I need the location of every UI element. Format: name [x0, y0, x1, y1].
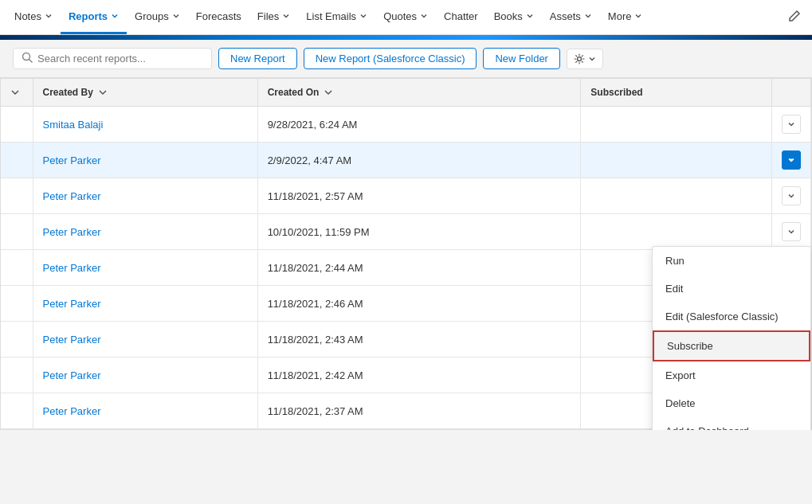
row-created-by[interactable]: Peter Parker: [33, 322, 257, 357]
row-dropdown-button[interactable]: [782, 222, 801, 241]
gear-settings-button[interactable]: [567, 49, 603, 69]
search-icon: [22, 52, 33, 65]
row-dropdown-button[interactable]: [782, 186, 801, 205]
nav-label-quotes: Quotes: [383, 10, 417, 22]
context-menu-item[interactable]: Edit: [653, 275, 810, 303]
row-action-cell[interactable]: [772, 107, 811, 143]
row-checkbox-cell: [1, 143, 33, 178]
row-dropdown-button[interactable]: [782, 150, 801, 170]
nav-label-reports: Reports: [69, 10, 108, 22]
col-created-by-label: Created By: [43, 87, 93, 98]
nav-label-books: Books: [494, 10, 523, 22]
nav-item-quotes[interactable]: Quotes: [375, 0, 436, 34]
chevron-down-icon: [526, 12, 534, 20]
context-menu-item[interactable]: Export: [653, 361, 810, 389]
nav-item-groups[interactable]: Groups: [127, 0, 188, 34]
chevron-down-icon: [588, 55, 596, 63]
chevron-down-icon: [787, 192, 795, 200]
row-created-on: 11/18/2021, 2:43 AM: [257, 322, 581, 357]
col-subscribed-label: Subscribed: [590, 87, 642, 98]
nav-item-list-emails[interactable]: List Emails: [298, 0, 375, 34]
row-checkbox-cell: [1, 214, 33, 250]
chevron-down-icon: [10, 88, 20, 97]
row-created-by[interactable]: Peter Parker: [33, 250, 257, 286]
row-checkbox-cell: [1, 250, 33, 286]
col-actions: [772, 79, 811, 107]
chevron-down-icon: [420, 12, 428, 20]
row-subscribed: [581, 178, 772, 214]
row-checkbox-cell: [1, 357, 33, 393]
nav-item-files[interactable]: Files: [249, 0, 298, 34]
reports-table-container: Created By Created On Subscribed: [0, 78, 812, 430]
chevron-down-icon: [111, 12, 119, 20]
chevron-down-icon: [787, 120, 795, 128]
col-created-on-label: Created On: [268, 87, 320, 98]
row-created-by[interactable]: Smitaa Balaji: [33, 107, 257, 143]
row-created-by[interactable]: Peter Parker: [33, 178, 257, 214]
context-menu-item[interactable]: Subscribe: [653, 330, 810, 361]
nav-label-files: Files: [257, 10, 279, 22]
context-menu-item[interactable]: Delete: [653, 389, 810, 417]
search-box[interactable]: [13, 48, 212, 69]
chevron-down-icon: [787, 156, 795, 164]
context-menu: RunEditEdit (Salesforce Classic)Subscrib…: [652, 246, 811, 430]
row-checkbox-cell: [1, 322, 33, 357]
top-nav: Notes Reports Groups Forecasts Files Lis…: [0, 0, 812, 35]
search-input[interactable]: [37, 53, 203, 64]
nav-label-groups: Groups: [135, 10, 169, 22]
row-created-by[interactable]: Peter Parker: [33, 143, 257, 178]
row-action-cell[interactable]: [772, 178, 811, 214]
row-created-by[interactable]: Peter Parker: [33, 286, 257, 322]
context-menu-item[interactable]: Add to Dashboard: [653, 417, 810, 430]
row-created-on: 11/18/2021, 2:42 AM: [257, 357, 581, 393]
nav-label-notes: Notes: [14, 10, 41, 22]
row-action-cell[interactable]: [772, 214, 811, 250]
nav-item-books[interactable]: Books: [486, 0, 542, 34]
chevron-down-icon: [45, 12, 53, 20]
nav-label-more: More: [608, 10, 632, 22]
row-subscribed: [581, 143, 772, 178]
col-subscribed: Subscribed: [581, 79, 772, 107]
context-menu-item[interactable]: Edit (Salesforce Classic): [653, 303, 810, 330]
chevron-down-icon: [584, 12, 592, 20]
new-report-classic-button[interactable]: New Report (Salesforce Classic): [304, 48, 477, 69]
row-action-cell[interactable]: [772, 143, 811, 178]
nav-item-chatter[interactable]: Chatter: [436, 0, 486, 34]
row-created-by[interactable]: Peter Parker: [33, 393, 257, 429]
row-checkbox-cell: [1, 178, 33, 214]
row-created-by[interactable]: Peter Parker: [33, 357, 257, 393]
new-report-button[interactable]: New Report: [218, 48, 297, 69]
nav-item-notes[interactable]: Notes: [6, 0, 61, 34]
edit-nav-icon[interactable]: [783, 5, 806, 29]
table-row: Peter Parker 10/10/2021, 11:59 PM: [1, 214, 811, 250]
chevron-down-icon: [172, 12, 180, 20]
col-created-by[interactable]: Created By: [33, 79, 257, 107]
nav-item-more[interactable]: More: [600, 0, 651, 34]
row-created-on: 9/28/2021, 6:24 AM: [257, 107, 581, 143]
gear-icon: [574, 53, 585, 64]
sort-icon: [324, 88, 333, 97]
nav-item-assets[interactable]: Assets: [542, 0, 600, 34]
row-checkbox-cell: [1, 107, 33, 143]
row-created-by[interactable]: Peter Parker: [33, 214, 257, 250]
table-header-row: Created By Created On Subscribed: [1, 79, 811, 107]
row-dropdown-button[interactable]: [782, 115, 801, 134]
nav-label-list-emails: List Emails: [306, 10, 356, 22]
svg-point-2: [577, 57, 581, 61]
table-row: Peter Parker 11/18/2021, 2:57 AM: [1, 178, 811, 214]
new-folder-button[interactable]: New Folder: [483, 48, 559, 69]
col-created-on[interactable]: Created On: [257, 79, 581, 107]
context-menu-item[interactable]: Run: [653, 247, 810, 275]
chevron-down-icon: [634, 12, 642, 20]
table-row: Smitaa Balaji 9/28/2021, 6:24 AM: [1, 107, 811, 143]
toolbar: New Report New Report (Salesforce Classi…: [0, 40, 812, 78]
sort-icon: [98, 88, 108, 97]
chevron-down-icon: [282, 12, 290, 20]
chevron-down-icon: [787, 228, 795, 236]
nav-item-forecasts[interactable]: Forecasts: [188, 0, 249, 34]
row-created-on: 11/18/2021, 2:37 AM: [257, 393, 581, 429]
nav-label-assets: Assets: [550, 10, 581, 22]
row-checkbox-cell: [1, 286, 33, 322]
nav-item-reports[interactable]: Reports: [61, 0, 127, 34]
chevron-down-icon: [359, 12, 367, 20]
